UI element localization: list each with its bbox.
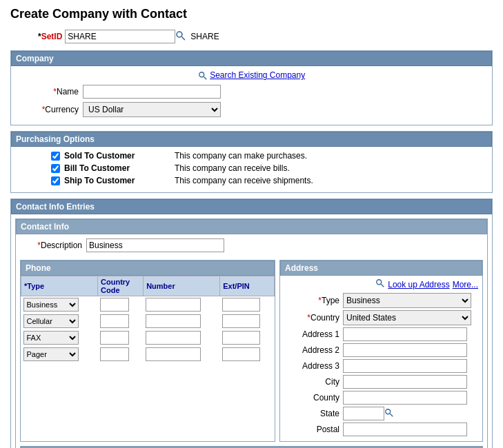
phone-type-select-1[interactable]: Business bbox=[23, 298, 79, 312]
search-existing-company-link[interactable]: Search Existing Company bbox=[210, 70, 305, 80]
company-name-label: Name bbox=[17, 87, 79, 96]
phone-number-3[interactable] bbox=[146, 331, 201, 345]
phone-ext-2[interactable] bbox=[222, 314, 260, 328]
more-link[interactable]: More... bbox=[453, 280, 478, 289]
contact-description-row: Description bbox=[20, 238, 483, 252]
sold-to-customer-checkbox[interactable] bbox=[51, 152, 60, 161]
address-county-row: County bbox=[284, 391, 478, 405]
phone-country-col-header: CountryCode bbox=[98, 276, 144, 296]
address-country-label: Country bbox=[284, 313, 339, 323]
address-lookup-row: Look up Address More... bbox=[284, 278, 478, 290]
address-type-row: Type Business bbox=[284, 293, 478, 308]
address-country-select[interactable]: United States bbox=[343, 310, 471, 325]
company-currency-row: Currency US Dollar bbox=[17, 102, 486, 117]
address-state-row: State bbox=[284, 407, 478, 420]
setid-display: SHARE bbox=[190, 32, 219, 41]
svg-point-6 bbox=[386, 409, 391, 414]
address-addr2-input[interactable] bbox=[343, 343, 467, 357]
phone-ext-3[interactable] bbox=[222, 331, 260, 345]
phone-address-layout: Phone *Type CountryCode Number Ext/PIN B… bbox=[16, 260, 487, 446]
address-country-row: Country United States bbox=[284, 310, 478, 325]
address-addr2-label: Address 2 bbox=[284, 345, 339, 355]
phone-type-select-4[interactable]: Pager bbox=[23, 347, 79, 361]
bill-to-customer-checkbox[interactable] bbox=[51, 164, 60, 173]
address-addr1-label: Address 1 bbox=[284, 329, 339, 339]
company-header: Company bbox=[11, 51, 492, 66]
ship-to-customer-label: Ship To Customer bbox=[64, 176, 175, 185]
address-type-label: Type bbox=[284, 296, 339, 305]
setid-label: *SetID bbox=[38, 32, 62, 41]
lookup-address-link[interactable]: Look up Address bbox=[388, 280, 449, 289]
svg-point-2 bbox=[199, 72, 204, 77]
svg-line-1 bbox=[182, 37, 186, 40]
company-name-input[interactable] bbox=[83, 85, 221, 99]
address-postal-row: Postal bbox=[284, 422, 478, 436]
state-lookup-icon[interactable] bbox=[384, 408, 394, 420]
setid-input[interactable] bbox=[65, 30, 175, 43]
phone-type-col-header: *Type bbox=[21, 276, 98, 296]
phone-country-2[interactable] bbox=[100, 314, 129, 328]
address-city-input[interactable] bbox=[343, 375, 467, 389]
phone-country-3[interactable] bbox=[100, 331, 129, 345]
address-postal-input[interactable] bbox=[343, 422, 467, 436]
phone-type-select-2[interactable]: Cellular bbox=[23, 314, 79, 328]
address-state-input[interactable] bbox=[343, 407, 384, 420]
company-name-row: Name bbox=[17, 85, 486, 99]
contact-info-entries-section: Contact Info Entries Contact Info Descri… bbox=[10, 198, 493, 448]
contact-description-label: Description bbox=[20, 241, 82, 250]
phone-row-business: Business bbox=[21, 296, 275, 314]
setid-lookup-icon[interactable] bbox=[175, 30, 186, 43]
address-city-label: City bbox=[284, 377, 339, 387]
phone-ext-4[interactable] bbox=[222, 347, 260, 361]
search-company-icon[interactable] bbox=[198, 70, 208, 81]
company-currency-select[interactable]: US Dollar bbox=[83, 102, 221, 117]
sold-to-customer-desc: This company can make purchases. bbox=[175, 151, 307, 161]
address-postal-label: Postal bbox=[284, 425, 339, 434]
company-search-row: Search Existing Company bbox=[17, 70, 486, 81]
sold-to-customer-row: Sold To Customer This company can make p… bbox=[17, 151, 486, 161]
sold-to-customer-label: Sold To Customer bbox=[64, 151, 175, 161]
phone-row-fax: FAX bbox=[21, 329, 275, 346]
phone-number-2[interactable] bbox=[146, 314, 201, 328]
address-type-select[interactable]: Business bbox=[343, 293, 471, 308]
phone-type-select-3[interactable]: FAX bbox=[23, 331, 79, 345]
phone-number-4[interactable] bbox=[146, 347, 201, 361]
purchasing-section: Purchasing Options Sold To Customer This… bbox=[10, 131, 493, 193]
company-currency-label: Currency bbox=[17, 105, 79, 114]
address-addr1-row: Address 1 bbox=[284, 327, 478, 341]
address-county-input[interactable] bbox=[343, 391, 467, 405]
page-title: Create Company with Contact bbox=[10, 7, 493, 21]
phone-section: Phone *Type CountryCode Number Ext/PIN B… bbox=[20, 260, 275, 442]
setid-row: *SetID SHARE bbox=[10, 30, 493, 43]
address-header: Address bbox=[280, 261, 482, 276]
address-addr2-row: Address 2 bbox=[284, 343, 478, 357]
address-lookup-icon[interactable] bbox=[375, 278, 385, 290]
address-section: Address Look up Address More... bbox=[279, 260, 483, 442]
phone-ext-1[interactable] bbox=[222, 298, 260, 312]
phone-country-4[interactable] bbox=[100, 347, 129, 361]
company-section: Company Search Existing Company Name Cur… bbox=[10, 50, 493, 125]
phone-country-1[interactable] bbox=[100, 298, 129, 312]
phone-ext-col-header: Ext/PIN bbox=[220, 276, 275, 296]
contact-info-entries-header: Contact Info Entries bbox=[11, 199, 492, 214]
ship-to-customer-checkbox[interactable] bbox=[51, 176, 60, 185]
contact-info-inner: Contact Info Description Phone *Type Cou… bbox=[15, 218, 488, 448]
address-addr3-input[interactable] bbox=[343, 359, 467, 373]
phone-header: Phone bbox=[21, 261, 275, 276]
purchasing-header: Purchasing Options bbox=[11, 132, 492, 147]
address-addr3-label: Address 3 bbox=[284, 361, 339, 371]
svg-line-5 bbox=[382, 285, 384, 287]
phone-row-cellular: Cellular bbox=[21, 313, 275, 329]
address-addr1-input[interactable] bbox=[343, 327, 467, 341]
bill-to-customer-label: Bill To Customer bbox=[64, 163, 175, 173]
address-state-label: State bbox=[284, 409, 339, 418]
svg-point-0 bbox=[177, 32, 182, 37]
contact-info-header: Contact Info bbox=[16, 219, 487, 234]
ship-to-customer-desc: This company can receive shipments. bbox=[175, 176, 313, 185]
svg-point-4 bbox=[377, 280, 382, 285]
phone-number-1[interactable] bbox=[146, 298, 201, 312]
contact-description-input[interactable] bbox=[86, 238, 224, 252]
phone-number-col-header: Number bbox=[144, 276, 220, 296]
phone-table: *Type CountryCode Number Ext/PIN Busines… bbox=[21, 276, 275, 363]
svg-line-7 bbox=[390, 414, 393, 416]
